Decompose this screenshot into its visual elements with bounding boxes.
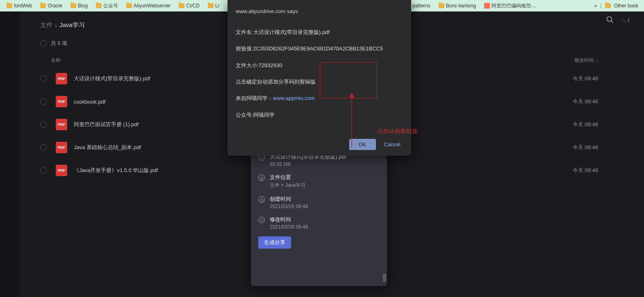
generate-share-button[interactable]: 生成分享 <box>258 236 291 249</box>
col-modtime-header[interactable]: 修改时间↓ <box>574 57 598 64</box>
bookmark-fontweb[interactable]: fontWeb <box>3 2 35 10</box>
bookmark-label: patterns <box>412 3 430 9</box>
alert-line: 点击确定自动添加分享码到剪辑版 <box>236 78 403 86</box>
modified-value: 2021/03/26 09:48 <box>270 224 308 230</box>
pdf-icon: PDF <box>56 119 67 130</box>
bookmark-label: AliyunWebserver <box>134 3 171 9</box>
folder-icon <box>7 3 12 8</box>
sort-icon: ↓ <box>596 58 598 63</box>
row-checkbox[interactable] <box>40 121 47 128</box>
folder-icon <box>439 3 444 8</box>
folder-icon <box>96 3 102 8</box>
file-name: 《Java开发手册》v1.5.0 华山版.pdf <box>74 167 158 174</box>
created-label: 创建时间 <box>270 195 308 203</box>
row-checkbox[interactable] <box>40 98 47 105</box>
file-modtime: 今天 09:48 <box>573 167 598 174</box>
search-icon[interactable] <box>606 16 614 25</box>
row-checkbox[interactable] <box>40 167 47 174</box>
bookmark-oracle[interactable]: Oracle <box>37 2 65 10</box>
svg-line-1 <box>611 21 613 23</box>
alert-line: 文件名:大话设计模式(带目录完整版).pdf <box>236 28 403 36</box>
pdf-icon: PDF <box>56 96 67 107</box>
select-all-checkbox[interactable] <box>40 40 47 47</box>
bookmark-label: Bonc-liantong <box>446 3 476 9</box>
folder-icon <box>605 3 611 8</box>
location-value[interactable]: 文件 > Java学习 <box>270 182 305 189</box>
bookmark-gzh[interactable]: 公众号 <box>93 1 121 11</box>
pencil-icon: ∅ <box>258 217 265 223</box>
folder-icon <box>179 3 184 8</box>
bookmark-label: 阿里巴巴编码规范-... <box>492 2 537 9</box>
file-name: cookbook.pdf <box>74 99 105 105</box>
alert-line: 公众号:阿喵同学 <box>236 111 403 119</box>
bookmark-label: CI/CD <box>186 3 200 9</box>
breadcrumb-current: Java学习 <box>59 21 85 29</box>
extras-icon[interactable]: ↑↓ 扌 <box>621 18 632 24</box>
pdf-icon: PDF <box>56 73 67 84</box>
bookmark-label: Oracle <box>48 3 62 9</box>
file-modtime: 今天 09:48 <box>573 144 598 151</box>
bookmark-ali-code[interactable]: 阿里巴巴编码规范-... <box>481 1 540 11</box>
file-name: 阿里巴巴面试官手册 (1).pdf <box>74 121 139 128</box>
breadcrumb-sep: › <box>55 22 57 29</box>
ok-button[interactable]: OK <box>349 139 376 150</box>
bookmark-li[interactable]: Li <box>205 2 222 10</box>
file-name: Java 基础核心总结_副本.pdf <box>74 144 141 151</box>
clock-icon: ◷ <box>258 196 265 203</box>
other-bookmarks[interactable]: Other book <box>614 3 638 9</box>
detail-filesize: 69.55 MB <box>270 161 346 167</box>
bookmarks-overflow-icon[interactable]: » <box>594 3 597 9</box>
folder-icon <box>208 3 214 8</box>
js-alert-dialog: www.aliyundrive.com says 文件名:大话设计模式(带目录完… <box>228 0 411 156</box>
location-icon: ◎ <box>258 175 265 181</box>
file-modtime: 今天 09:48 <box>573 121 598 128</box>
row-checkbox[interactable] <box>40 75 47 82</box>
pdf-icon: PDF <box>56 142 67 153</box>
created-value: 2021/03/26 09:48 <box>270 204 308 209</box>
bookmark-aliyun[interactable]: AliyunWebserver <box>123 2 174 10</box>
location-label: 文件位置 <box>270 174 305 181</box>
col-name-header[interactable]: 名称 <box>51 57 61 64</box>
alert-line: 来自阿喵同学：www.appmiu.com <box>236 94 403 102</box>
bookmark-label: 公众号 <box>103 2 118 9</box>
folder-icon <box>40 3 46 8</box>
file-name: 大话设计模式(带目录完整版).pdf <box>74 75 150 82</box>
alert-link[interactable]: www.appmiu.com <box>273 95 315 101</box>
pdf-icon: PDF <box>56 165 67 176</box>
breadcrumb-root[interactable]: 文件 <box>40 21 52 29</box>
bookmark-bonc[interactable]: Bonc-liantong <box>435 2 479 10</box>
alert-title: www.aliyundrive.com says <box>236 8 403 14</box>
bookmark-blog[interactable]: Blog <box>67 2 91 10</box>
bookmark-label: Li <box>215 3 219 9</box>
bookmark-cicd[interactable]: CI/CD <box>175 2 203 10</box>
alert-line: 校验值:2C353D6262F345E9E9AC681D470A2CBB13E1… <box>236 45 403 53</box>
folder-icon <box>71 3 76 8</box>
folder-icon <box>126 3 132 8</box>
alert-body: 文件名:大话设计模式(带目录完整版).pdf 校验值:2C353D6262F34… <box>236 20 403 127</box>
alert-line: 文件大小:72932930 <box>236 61 403 70</box>
bookmark-label: Blog <box>78 3 88 9</box>
panel-scrollbar-2[interactable] <box>383 274 386 282</box>
left-sidebar <box>0 11 20 297</box>
bookmark-label: fontWeb <box>14 3 32 9</box>
file-modtime: 今天 09:48 <box>573 75 598 82</box>
svg-point-0 <box>607 17 612 22</box>
cancel-button[interactable]: Cancel <box>382 139 403 150</box>
file-modtime: 今天 09:48 <box>573 98 598 105</box>
link-icon <box>484 3 490 9</box>
row-checkbox[interactable] <box>40 144 47 151</box>
modified-label: 修改时间 <box>270 216 308 223</box>
count-text: 共 5 项 <box>51 40 67 47</box>
